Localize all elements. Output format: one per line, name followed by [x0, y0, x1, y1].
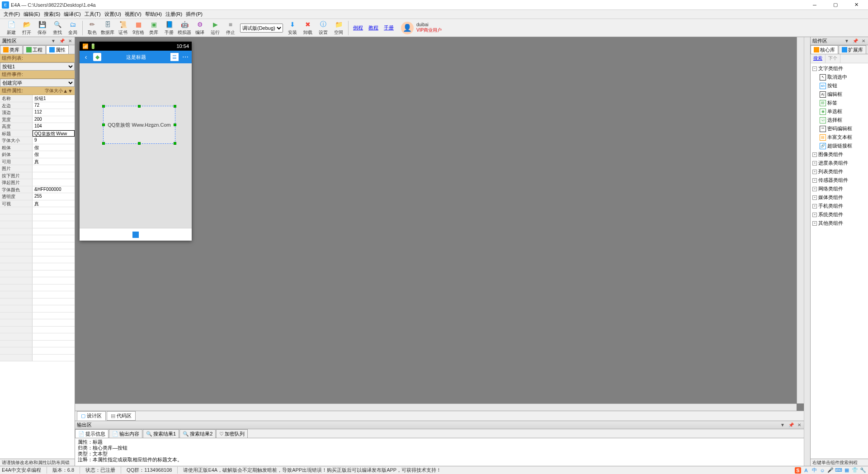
toolbar-btn2-4[interactable]: ▣类库 — [146, 19, 161, 37]
toolbar-btn-4[interactable]: 🗂全局 — [65, 19, 80, 37]
panel-close-icon[interactable]: ✕ — [67, 38, 73, 43]
tree-category-1[interactable]: +图像类组件 — [811, 150, 867, 159]
tray-sim-icon[interactable]: 中 — [811, 467, 817, 474]
menu-edit[interactable]: 编辑(E) — [22, 10, 42, 19]
build-mode-select[interactable]: 调试版(Debug) — [240, 24, 283, 33]
prop-row-13[interactable]: 字体颜色&HFF000000 — [0, 186, 75, 194]
component-list-select[interactable]: 按钮1 — [0, 62, 75, 71]
toolbar-btn2-0[interactable]: ✏取色 — [85, 19, 100, 37]
toolbar-btn3-0[interactable]: ⬇安装 — [285, 19, 300, 37]
toolbar-btn2-8[interactable]: ▶运行 — [208, 19, 223, 37]
design-button-1[interactable]: QQ皇族馆 Www.Hzgzn.Com — [103, 106, 175, 144]
menu-compile[interactable]: 编译(C) — [62, 10, 82, 19]
center-scroll-v[interactable] — [804, 37, 810, 466]
tree-category-8[interactable]: +系统类组件 — [811, 210, 867, 219]
tree-item-0-3[interactable]: 标标签 — [811, 99, 867, 107]
menu-view[interactable]: 视图(V) — [123, 10, 143, 19]
toolbar-btn3-2[interactable]: ⓘ设置 — [316, 19, 331, 37]
link-manual[interactable]: 手册 — [384, 24, 394, 31]
toolbar-btn2-1[interactable]: 🗄数据库 — [100, 19, 115, 37]
prop-row-12[interactable]: 弹起图片 — [0, 179, 75, 186]
tree-category-9[interactable]: +其他类组件 — [811, 219, 867, 228]
tab-project[interactable]: 工程 — [23, 45, 46, 54]
design-area[interactable]: 📶 🔋 10:54 ‹ ◆ 这是标题 ☰ ⋯ QQ皇族馆 Www.Hzgzn.C… — [75, 37, 804, 411]
tray-grid-icon[interactable]: ▦ — [844, 467, 850, 474]
prop-row-7[interactable]: 粗体假 — [0, 144, 75, 152]
tree-item-0-1[interactable]: ab按钮 — [811, 81, 867, 90]
component-event-select[interactable]: 创建完毕 — [0, 79, 75, 87]
menu-settings[interactable]: 设置(U) — [103, 10, 123, 19]
tray-mic-icon[interactable]: 🎤 — [827, 467, 834, 474]
prop-row-10[interactable]: 图片 — [0, 165, 75, 172]
menu-help[interactable]: 帮助(H) — [143, 10, 164, 19]
prop-row-0[interactable]: 名称按钮1 — [0, 95, 75, 102]
output-close-icon[interactable]: ✕ — [797, 422, 802, 427]
output-tab-encrypt[interactable]: ♡加密队列 — [216, 429, 248, 438]
prop-row-3[interactable]: 宽度200 — [0, 116, 75, 123]
output-dropdown-icon[interactable]: ▼ — [779, 422, 786, 427]
design-scroll-h[interactable] — [75, 403, 797, 411]
toolbar-btn2-7[interactable]: ⚙编译 — [192, 19, 208, 37]
toolbar-btn-0[interactable]: 📄新建 — [4, 19, 19, 37]
toolbar-btn-1[interactable]: 📂打开 — [19, 19, 34, 37]
tab-code-view[interactable]: ▤代码区 — [107, 411, 136, 421]
close-button[interactable]: ✕ — [846, 0, 866, 9]
minimize-button[interactable]: ─ — [805, 0, 825, 9]
property-grid[interactable]: 名称按钮1左边72顶边112宽度200高度104标题QQ皇族馆 Www字体大小9… — [0, 95, 75, 459]
prop-row-14[interactable]: 透明度255 — [0, 193, 75, 200]
tree-category-0[interactable]: −文字类组件 — [811, 64, 867, 73]
tab-design-view[interactable]: ▢设计区 — [77, 411, 106, 421]
toolbar-btn2-9[interactable]: ■停止 — [223, 19, 238, 37]
nav-home-icon[interactable] — [132, 232, 139, 238]
menu-file[interactable]: 文件(F) — [2, 10, 22, 19]
toolbar-btn2-3[interactable]: ▦9宫格 — [131, 19, 146, 37]
tree-item-0-7[interactable]: ▤丰富文本框 — [811, 133, 867, 142]
prop-row-4[interactable]: 高度104 — [0, 123, 75, 130]
prop-row-8[interactable]: 斜体假 — [0, 151, 75, 158]
prop-row-15[interactable]: 可视真 — [0, 200, 75, 208]
prop-row-5[interactable]: 标题QQ皇族馆 Www — [0, 130, 75, 137]
more-icon[interactable]: ⋯ — [182, 53, 189, 61]
tree-item-0-6[interactable]: **密码编辑框 — [811, 124, 867, 133]
design-canvas[interactable]: QQ皇族馆 Www.Hzgzn.Com — [80, 63, 192, 228]
tree-category-6[interactable]: +媒体类组件 — [811, 193, 867, 202]
tray-shirt-icon[interactable]: 👕 — [852, 467, 858, 474]
tree-category-5[interactable]: +网络类组件 — [811, 185, 867, 193]
tray-a-icon[interactable]: A — [803, 467, 809, 474]
tree-item-0-4[interactable]: ◉单选框 — [811, 107, 867, 116]
menu-plugin[interactable]: 插件(P) — [184, 10, 204, 19]
design-scroll-v[interactable] — [797, 37, 804, 403]
tray-kbd-icon[interactable]: ⌨ — [835, 467, 842, 474]
tray-s-icon[interactable]: S — [795, 467, 801, 474]
menu-tools[interactable]: 工具(T) — [83, 10, 103, 19]
toolbar-btn3-1[interactable]: ✖卸载 — [300, 19, 316, 37]
comp-pin-icon[interactable]: 📌 — [852, 38, 859, 43]
toolbar-btn2-5[interactable]: 📘手册 — [161, 19, 177, 37]
tree-category-4[interactable]: +传感器类组件 — [811, 176, 867, 185]
list-icon[interactable]: ☰ — [170, 53, 179, 61]
tree-category-7[interactable]: +手机类组件 — [811, 202, 867, 210]
prop-up-icon[interactable]: ▲ — [63, 88, 68, 94]
comp-dropdown-icon[interactable]: ▼ — [844, 38, 850, 43]
tree-item-0-5[interactable]: ☑选择框 — [811, 116, 867, 124]
output-pin-icon[interactable]: 📌 — [788, 422, 795, 427]
menu-search[interactable]: 搜索(S) — [42, 10, 62, 19]
link-tutorial[interactable]: 教程 — [368, 24, 378, 31]
tray-face-icon[interactable]: ☺ — [819, 467, 826, 474]
component-next-button[interactable]: 下个 — [826, 54, 840, 63]
tab-properties[interactable]: 属性 — [46, 45, 69, 54]
prop-row-11[interactable]: 按下图片 — [0, 172, 75, 180]
link-examples[interactable]: 例程 — [353, 24, 363, 31]
toolbar-btn-3[interactable]: 🔍查找 — [50, 19, 65, 37]
panel-pin-icon[interactable]: 📌 — [58, 38, 66, 43]
prop-row-1[interactable]: 左边72 — [0, 102, 75, 109]
output-tab-search1[interactable]: 🔍搜索结果1 — [143, 429, 179, 438]
toolbar-btn3-3[interactable]: 📁空间 — [331, 19, 346, 37]
back-icon[interactable]: ‹ — [82, 53, 90, 61]
menu-register[interactable]: 注册(R) — [164, 10, 184, 19]
panel-dropdown-icon[interactable]: ▼ — [50, 38, 57, 43]
prop-down-icon[interactable]: ▼ — [68, 88, 73, 94]
prop-row-6[interactable]: 字体大小9 — [0, 137, 75, 144]
tree-item-0-0[interactable]: ↖取消选中 — [811, 73, 867, 81]
output-tab-content[interactable]: 📄输出内容 — [109, 429, 142, 438]
